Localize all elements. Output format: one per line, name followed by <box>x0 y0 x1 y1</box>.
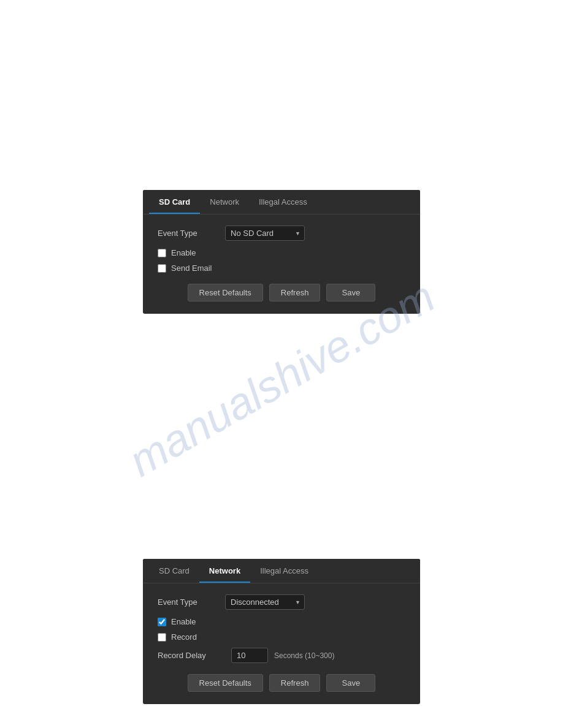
enable-label-2: Enable <box>171 617 196 626</box>
tab-illegal-access-2[interactable]: Illegal Access <box>250 559 318 583</box>
send-email-checkbox[interactable] <box>158 264 166 273</box>
panel-network: SD Card Network Illegal Access Event Typ… <box>143 559 420 704</box>
refresh-button-1[interactable]: Refresh <box>269 284 321 301</box>
enable-row-2: Enable <box>158 617 405 626</box>
event-type-select-2[interactable]: Disconnected IP Conflict MAC Conflict <box>225 594 305 610</box>
tab-sd-card-1[interactable]: SD Card <box>149 190 200 214</box>
record-delay-input[interactable] <box>231 648 268 663</box>
event-type-label-1: Event Type <box>158 229 219 238</box>
event-type-row-1: Event Type No SD Card SD Card Error SD C… <box>158 226 405 241</box>
enable-row-1: Enable <box>158 248 405 257</box>
send-email-label: Send Email <box>171 264 212 273</box>
send-email-row: Send Email <box>158 264 405 273</box>
tab-network-1[interactable]: Network <box>200 190 249 214</box>
event-type-select-wrapper-2: Disconnected IP Conflict MAC Conflict <box>225 594 305 610</box>
record-label: Record <box>171 632 197 642</box>
record-delay-label: Record Delay <box>158 651 219 660</box>
record-delay-hint: Seconds (10~300) <box>274 651 334 660</box>
reset-defaults-button-1[interactable]: Reset Defaults <box>188 284 263 301</box>
enable-label-1: Enable <box>171 248 196 257</box>
tab-bar-2: SD Card Network Illegal Access <box>143 559 420 583</box>
button-row-1: Reset Defaults Refresh Save <box>158 284 405 301</box>
panel-sdcard: SD Card Network Illegal Access Event Typ… <box>143 190 420 314</box>
record-delay-row: Record Delay Seconds (10~300) <box>158 648 405 663</box>
tab-illegal-access-1[interactable]: Illegal Access <box>249 190 317 214</box>
panel-body-2: Event Type Disconnected IP Conflict MAC … <box>143 583 420 704</box>
save-button-2[interactable]: Save <box>326 674 375 692</box>
enable-checkbox-2[interactable] <box>158 618 166 626</box>
button-row-2: Reset Defaults Refresh Save <box>158 674 405 692</box>
reset-defaults-button-2[interactable]: Reset Defaults <box>188 674 263 692</box>
save-button-1[interactable]: Save <box>326 284 375 301</box>
tab-network-2[interactable]: Network <box>199 559 250 583</box>
record-row: Record <box>158 632 405 642</box>
tab-sd-card-2[interactable]: SD Card <box>149 559 199 583</box>
event-type-select-wrapper-1: No SD Card SD Card Error SD Card Full <box>225 226 305 241</box>
event-type-select-1[interactable]: No SD Card SD Card Error SD Card Full <box>225 226 305 241</box>
event-type-label-2: Event Type <box>158 597 219 607</box>
record-checkbox[interactable] <box>158 633 166 642</box>
event-type-row-2: Event Type Disconnected IP Conflict MAC … <box>158 594 405 610</box>
refresh-button-2[interactable]: Refresh <box>269 674 321 692</box>
panel-body-1: Event Type No SD Card SD Card Error SD C… <box>143 214 420 314</box>
enable-checkbox-1[interactable] <box>158 249 166 257</box>
tab-bar-1: SD Card Network Illegal Access <box>143 190 420 214</box>
